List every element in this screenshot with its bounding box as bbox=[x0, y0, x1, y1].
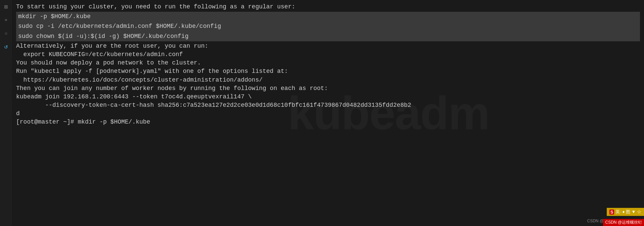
terminal-area: kubeadm To start using your cluster, you… bbox=[12, 0, 644, 226]
grid-icon[interactable]: ⊞ bbox=[3, 3, 9, 10]
terminal-line-2: mkdir -p $HOME/.kube bbox=[16, 12, 640, 21]
terminal-line-12: https://kubernetes.io/docs/concepts/clus… bbox=[16, 76, 640, 84]
clock-icon[interactable]: ○ bbox=[3, 30, 9, 37]
terminal-line-11: Run "kubectl apply -f [podnetwork].yaml"… bbox=[16, 67, 640, 76]
sidebar: ⊞ ≡ ○ ↺ bbox=[0, 0, 12, 226]
sogou-items: 英· ♦ 图 ▼ ☆ bbox=[615, 209, 641, 215]
terminal-line-16: kubeadm join 192.168.1.200:6443 --token … bbox=[16, 93, 640, 101]
terminal-line-0: To start using your cluster, you need to… bbox=[16, 3, 640, 11]
terminal-line-6: Alternatively, if you are the root user,… bbox=[16, 42, 640, 50]
terminal-line-18: d bbox=[16, 109, 640, 118]
terminal-line-3: sudo cp -i /etc/kubernetes/admin.conf $H… bbox=[16, 21, 640, 31]
terminal-line-14: Then you can join any number of worker n… bbox=[16, 84, 640, 93]
terminal-line-10: You should now deploy a pod network to t… bbox=[16, 59, 640, 67]
menu-icon[interactable]: ≡ bbox=[3, 17, 9, 24]
terminal-line-4: sudo chown $(id -u):$(id -g) $HOME/.kube… bbox=[16, 32, 640, 41]
terminal-line-17: --discovery-token-ca-cert-hash sha256:c7… bbox=[16, 101, 640, 109]
csdn-watermark: CSDN @运维螺丝钉 bbox=[603, 219, 644, 226]
terminal-line-19: [root@master ~]# mkdir -p $HOME/.kube bbox=[16, 118, 640, 126]
refresh-icon[interactable]: ↺ bbox=[3, 44, 9, 50]
sogou-s-icon: S bbox=[609, 210, 614, 215]
csdn-label: CSDN @运维螺丝钉 bbox=[605, 220, 642, 225]
terminal-highlighted-block: mkdir -p $HOME/.kube sudo cp -i /etc/kub… bbox=[16, 12, 640, 41]
terminal-line-8: export KUBECONFIG=/etc/kubernetes/admin.… bbox=[16, 50, 640, 59]
sogou-toolbar[interactable]: S 英· ♦ 图 ▼ ☆ bbox=[607, 208, 644, 216]
